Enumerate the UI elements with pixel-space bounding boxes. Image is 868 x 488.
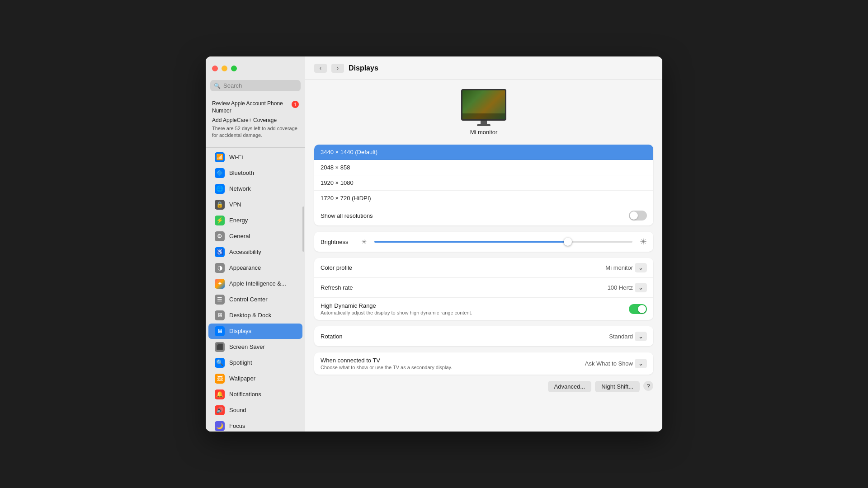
titlebar [206,56,305,80]
energy-icon: ⚡ [215,216,225,225]
monitor-base [477,124,491,126]
rotation-value: Standard ⌄ [609,332,647,341]
sidebar-item-desktop[interactable]: 🖥Desktop & Dock [208,308,302,323]
alert-section: Review Apple Account Phone Number 1 Add … [206,96,305,145]
sidebar-item-network[interactable]: 🌐Network [208,181,302,197]
sidebar-item-focus[interactable]: 🌙Focus [208,418,302,432]
wallpaper-icon: 🖼 [215,374,225,384]
sidebar-item-wifi[interactable]: 📶Wi-Fi [208,150,302,165]
close-button[interactable] [212,66,218,71]
sidebar-content: Review Apple Account Phone Number 1 Add … [206,96,305,432]
show-all-label: Show all resolutions [321,212,629,219]
tv-select[interactable]: ⌄ [635,359,647,368]
refresh-rate-row: Refresh rate 100 Hertz ⌄ [314,278,653,298]
display-settings-card: Color profile Mi monitor ⌄ Refresh rate … [314,258,653,320]
sidebar-item-label-screensaver: Screen Saver [229,343,265,350]
sidebar-item-accessibility[interactable]: ♿Accessibility [208,244,302,260]
brightness-row: Brightness ☀ ☀ [314,232,653,252]
brightness-fill [374,241,568,243]
hdr-row: High Dynamic Range Automatically adjust … [314,298,653,320]
sidebar-item-spotlight[interactable]: 🔍Spotlight [208,355,302,371]
sidebar-item-notifications[interactable]: 🔔Notifications [208,387,302,402]
sidebar-item-label-appearance: Appearance [229,264,261,271]
minimize-button[interactable] [222,66,227,71]
appearance-icon: ◑ [215,263,225,273]
sidebar-item-general[interactable]: ⚙General [208,229,302,244]
monitor-image [461,89,506,121]
color-profile-row: Color profile Mi monitor ⌄ [314,258,653,278]
brightness-label: Brightness [321,239,357,245]
tv-text-block: When connected to TV Choose what to show… [321,357,585,370]
chevron-down-icon-2: ⌄ [638,284,643,291]
sidebar-item-label-energy: Energy [229,217,248,224]
sidebar-item-control[interactable]: ☰Control Center [208,292,302,307]
resolution-item-2[interactable]: 868 × 488 [314,175,653,191]
tv-text: Ask What to Show [585,360,633,367]
sidebar-item-label-general: General [229,233,250,239]
system-preferences-window: 🔍 Review Apple Account Phone Number 1 Ad… [206,56,662,432]
resolution-item-1[interactable]: 2048 × 858 [314,160,653,175]
network-icon: 🌐 [215,184,225,194]
sidebar-item-vpn[interactable]: 🔒VPN [208,197,302,212]
search-icon: 🔍 [214,83,221,89]
resolution-item-0[interactable]: 3440 × 1440 (Default) [314,145,653,160]
control-icon: ☰ [215,295,225,305]
hdr-toggle[interactable] [629,304,647,314]
sidebar-item-energy[interactable]: ⚡Energy [208,213,302,228]
tv-subtitle: Choose what to show or use the TV as a s… [321,365,585,370]
sidebar-item-label-spotlight: Spotlight [229,359,252,366]
resize-handle[interactable] [302,206,304,252]
help-button[interactable]: ? [643,381,653,391]
sidebar-item-intelligence[interactable]: ✦Apple Intelligence &... [208,276,302,291]
tv-label: When connected to TV [321,357,585,364]
brightness-slider-track[interactable] [374,241,632,243]
sidebar-item-wallpaper[interactable]: 🖼Wallpaper [208,371,302,386]
nav-back-button[interactable]: ‹ [314,64,327,73]
maximize-button[interactable] [231,66,237,71]
toggle-knob [630,211,638,220]
sidebar-item-label-notifications: Notifications [229,391,261,398]
sidebar-item-bluetooth[interactable]: 🔷Bluetooth [208,165,302,181]
intelligence-icon: ✦ [215,279,225,289]
spotlight-icon: 🔍 [215,358,225,368]
rotation-select[interactable]: ⌄ [635,332,647,341]
advanced-button[interactable]: Advanced... [548,381,592,392]
sidebar-item-screensaver[interactable]: ⬛Screen Saver [208,339,302,355]
show-all-toggle[interactable] [629,211,647,221]
sidebar: 🔍 Review Apple Account Phone Number 1 Ad… [206,56,305,432]
monitor-stand [481,121,487,124]
brightness-thumb[interactable] [564,238,572,246]
sidebar-item-displays[interactable]: 🖥Displays [208,324,302,339]
search-input[interactable] [223,82,297,89]
sidebar-item-appearance[interactable]: ◑Appearance [208,260,302,276]
applecare-subtitle: There are 52 days left to add coverage f… [212,125,299,139]
color-profile-select[interactable]: ⌄ [635,263,647,272]
sidebar-item-label-desktop: Desktop & Dock [229,312,271,319]
general-icon: ⚙ [215,231,225,241]
sidebar-item-label-wifi: Wi-Fi [229,154,243,160]
footer-buttons: Advanced... Night Shift... ? [314,381,653,394]
screensaver-icon: ⬛ [215,342,225,352]
main-header: ‹ › Displays [305,56,662,80]
color-profile-label: Color profile [321,264,605,271]
focus-icon: 🌙 [215,421,225,431]
brightness-sun-small-icon: ☀ [361,238,367,245]
monitor-name: Mi monitor [470,129,498,136]
sound-icon: 🔊 [215,405,225,415]
chevron-down-icon: ⌄ [638,264,643,271]
tv-row: When connected to TV Choose what to show… [314,352,653,375]
refresh-rate-value: 100 Hertz ⌄ [608,283,647,292]
resolution-item-3[interactable]: 1720 × 720 (HiDPI) [314,191,653,206]
sidebar-item-label-intelligence: Apple Intelligence &... [229,280,286,287]
accessibility-icon: ♿ [215,247,225,257]
nav-forward-button[interactable]: › [331,64,344,73]
desktop-icon: 🖥 [215,310,225,320]
sidebar-item-sound[interactable]: 🔊Sound [208,403,302,418]
search-bar[interactable]: 🔍 [210,80,301,91]
refresh-rate-select[interactable]: ⌄ [635,283,647,292]
resolution-list: 3440 × 1440 (Default)2048 × 8581920 × 10… [314,145,653,206]
alert-item: Review Apple Account Phone Number 1 [212,100,299,114]
monitor-preview: Mi monitor [314,89,653,136]
night-shift-button[interactable]: Night Shift... [595,381,640,392]
notifications-icon: 🔔 [215,389,225,399]
